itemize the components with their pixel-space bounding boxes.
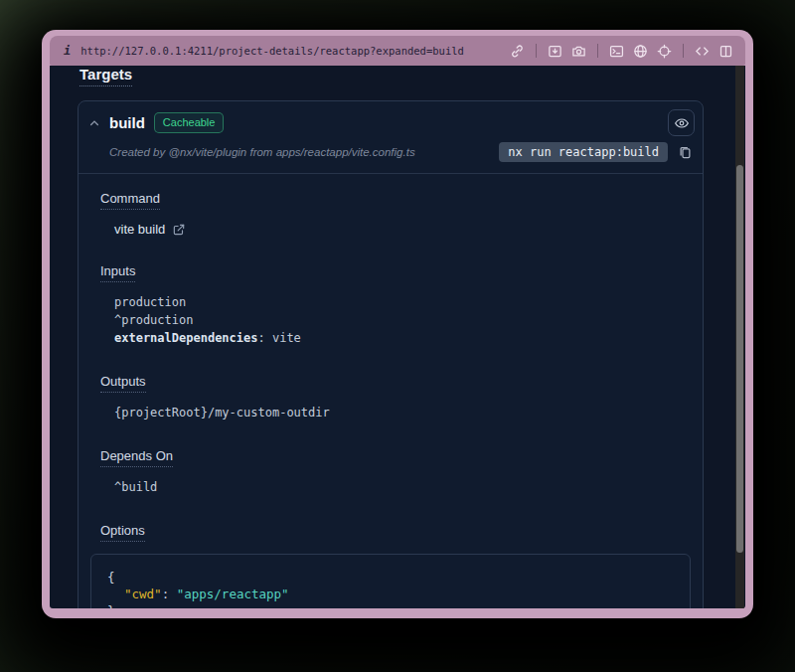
target-card-build: build Cacheable Created by @nx/vite/plug… bbox=[78, 100, 704, 608]
command-value: vite build bbox=[114, 222, 165, 237]
toolbar-divider bbox=[536, 44, 537, 58]
inputs-heading: Inputs bbox=[100, 263, 135, 282]
page-content: Targets build Cacheable bbox=[50, 66, 745, 608]
toolbar-divider bbox=[597, 44, 598, 58]
cacheable-badge: Cacheable bbox=[154, 112, 225, 132]
build-card-body: Command vite build Inputs production ^pr… bbox=[79, 174, 703, 608]
outputs-heading: Outputs bbox=[100, 374, 146, 393]
focus-target-button[interactable] bbox=[668, 109, 695, 136]
save-screenshot-icon[interactable] bbox=[548, 44, 562, 59]
url-bar[interactable]: http://127.0.0.1:4211/project-details/re… bbox=[80, 45, 464, 57]
link-icon[interactable] bbox=[510, 44, 525, 59]
chevron-up-icon[interactable] bbox=[88, 117, 100, 129]
depends-on-list: ^build bbox=[114, 478, 691, 496]
input-item: externalDependencies: vite bbox=[114, 329, 691, 347]
run-command-chip: nx run reactapp:build bbox=[499, 142, 668, 162]
depends-on-heading: Depends On bbox=[100, 448, 173, 467]
command-heading: Command bbox=[100, 191, 160, 210]
depends-on-item: ^build bbox=[114, 478, 691, 496]
terminal-icon[interactable] bbox=[609, 44, 624, 59]
json-close-brace: } bbox=[107, 602, 674, 608]
targets-heading: Targets bbox=[80, 66, 132, 86]
options-heading: Options bbox=[100, 523, 145, 542]
scrollbar-thumb[interactable] bbox=[736, 165, 743, 553]
build-target-name: build bbox=[109, 114, 145, 131]
globe-icon[interactable] bbox=[633, 44, 648, 59]
browser-window: i http://127.0.0.1:4211/project-details/… bbox=[42, 30, 753, 618]
json-open-brace: { bbox=[107, 569, 674, 586]
json-cwd-line: "cwd": "apps/reactapp" bbox=[107, 586, 674, 602]
build-created-row: Created by @nx/vite/plugin from apps/rea… bbox=[79, 140, 703, 173]
camera-icon[interactable] bbox=[571, 44, 586, 59]
browser-toolbar: i http://127.0.0.1:4211/project-details/… bbox=[50, 36, 745, 66]
options-code-block: { "cwd": "apps/reactapp" } bbox=[90, 554, 691, 608]
code-icon[interactable] bbox=[695, 44, 710, 59]
toolbar-divider bbox=[683, 44, 684, 58]
input-item: ^production bbox=[114, 311, 691, 329]
build-card-header[interactable]: build Cacheable bbox=[79, 101, 703, 140]
created-by-text: Created by @nx/vite/plugin from apps/rea… bbox=[109, 146, 489, 158]
outputs-list: {projectRoot}/my-custom-outdir bbox=[114, 404, 691, 421]
eye-icon bbox=[674, 115, 690, 131]
copy-icon[interactable] bbox=[678, 145, 693, 160]
target-icon[interactable] bbox=[657, 44, 672, 59]
input-item: production bbox=[114, 293, 691, 311]
external-link-icon[interactable] bbox=[172, 223, 186, 237]
output-item: {projectRoot}/my-custom-outdir bbox=[114, 404, 691, 421]
info-icon: i bbox=[64, 44, 71, 58]
inputs-list: production ^production externalDependenc… bbox=[114, 293, 691, 347]
split-panel-icon[interactable] bbox=[718, 44, 733, 59]
toolbar-actions bbox=[510, 44, 733, 59]
scrollbar[interactable] bbox=[735, 66, 744, 608]
